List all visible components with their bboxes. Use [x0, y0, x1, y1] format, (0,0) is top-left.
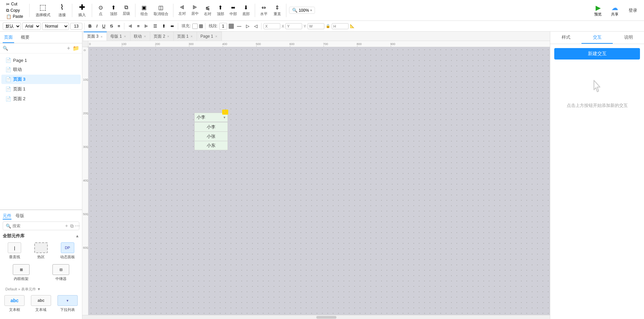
- tab-page1en[interactable]: Page 1 ×: [197, 32, 222, 41]
- align-justify-button[interactable]: ☰: [152, 23, 159, 29]
- new-interaction-button[interactable]: 新建交互: [554, 48, 640, 59]
- italic-button[interactable]: I: [94, 23, 99, 29]
- add-comp-icon[interactable]: ＋: [64, 223, 69, 229]
- tab-page1cn[interactable]: 页面 1 ×: [174, 32, 197, 41]
- page-item-page1cn[interactable]: 📄 页面 1: [1, 84, 81, 94]
- align-left-text-button[interactable]: ⫷: [126, 23, 134, 29]
- dropdown-widget[interactable]: 小李 ▾ ⚡ 小李 小张 小东: [194, 113, 228, 150]
- preview-button[interactable]: ▶ 预览: [591, 2, 605, 18]
- dropdown-header[interactable]: 小李 ▾ ⚡: [194, 113, 228, 122]
- line-value-input[interactable]: [219, 23, 227, 30]
- zoom-control[interactable]: 🔍 100% ▾: [289, 7, 315, 14]
- comp-item-dropdown[interactable]: ▾ 下拉列表: [55, 294, 79, 314]
- comp-search-input[interactable]: [12, 224, 63, 228]
- note-tab[interactable]: 说明: [613, 32, 644, 44]
- font-family-select[interactable]: Arial: [22, 23, 41, 30]
- tab-master1-close[interactable]: ×: [123, 34, 126, 38]
- text-middle-button[interactable]: ⬌: [169, 23, 176, 29]
- comp-copy-icon[interactable]: ⧉: [70, 223, 74, 229]
- style-select[interactable]: 默认: [3, 23, 21, 30]
- page-item-page1[interactable]: 📄 Page 1: [1, 56, 81, 65]
- dot-button[interactable]: ⊙ 点: [95, 3, 107, 18]
- comp-item-dynamic-panel[interactable]: DP 动态面板: [55, 241, 79, 261]
- list-button[interactable]: ≡: [116, 23, 122, 29]
- w-coord-input[interactable]: [308, 23, 324, 29]
- dropdown-item-xidong[interactable]: 小东: [194, 141, 228, 150]
- pages-tab[interactable]: 页面: [3, 32, 14, 43]
- cut-button[interactable]: ✂ Cut: [5, 1, 25, 7]
- tab-page1en-close[interactable]: ×: [214, 34, 218, 38]
- normal-style-select[interactable]: Normal: [42, 23, 69, 30]
- masters-tab[interactable]: 母版: [15, 213, 24, 220]
- font-size-input[interactable]: [70, 23, 82, 30]
- insert-button[interactable]: ✚ 插入: [75, 2, 89, 19]
- tab-linkage[interactable]: 联动 ×: [130, 32, 150, 41]
- y-coord-input[interactable]: [285, 23, 302, 29]
- overview-tab[interactable]: 概要: [19, 32, 31, 43]
- paste-button[interactable]: 📋 Paste: [5, 14, 25, 19]
- comp-item-inline-frame[interactable]: ⊞ 内联框架: [3, 263, 40, 283]
- login-button[interactable]: 登录: [625, 6, 641, 15]
- comp-item-textbox[interactable]: abc 文本框: [3, 294, 27, 314]
- dropdown-item-xizhang[interactable]: 小张: [194, 131, 228, 141]
- tab-page3[interactable]: 页面 3 ×: [84, 32, 107, 41]
- text-top-button[interactable]: ⬆: [160, 23, 167, 29]
- dropdown-item-xili[interactable]: 小李: [194, 122, 228, 131]
- tab-linkage-close[interactable]: ×: [143, 34, 147, 38]
- align-right-button[interactable]: ⫹ 右对: [202, 3, 214, 18]
- copy-button[interactable]: ⧉ Copy: [5, 7, 25, 13]
- tab-page1cn-close[interactable]: ×: [190, 34, 193, 38]
- share-button[interactable]: ☁ 共享: [608, 2, 622, 18]
- ungroup-button[interactable]: ◫ 取消组合: [152, 3, 170, 18]
- connect-button[interactable]: ⌇ 连接: [55, 2, 69, 19]
- pages-search-input[interactable]: [9, 46, 65, 51]
- align-middle-button[interactable]: ⬌ 中部: [227, 3, 239, 18]
- cut-copy-paste-group: ✂ Cut ⧉ Copy 📋 Paste: [3, 0, 27, 21]
- comp-item-repeater[interactable]: ⊟ 中继器: [42, 263, 79, 283]
- comp-more-icon[interactable]: ⋯: [75, 223, 80, 229]
- comp-item-hotspot[interactable]: 热区: [29, 241, 53, 261]
- x-coord-input[interactable]: [264, 23, 280, 29]
- page-item-page2cn[interactable]: 📄 页面 2: [1, 94, 81, 104]
- strikethrough-button[interactable]: S: [108, 23, 115, 29]
- align-center-button[interactable]: ⫸ 居中: [189, 3, 201, 17]
- line-style-button2[interactable]: ▷: [244, 23, 251, 29]
- add-folder-icon[interactable]: 📁: [73, 45, 79, 51]
- tab-page3-close[interactable]: ×: [100, 35, 103, 39]
- hscroll-thumb[interactable]: [316, 316, 336, 319]
- align-left-button[interactable]: ⫷ 左对: [176, 3, 188, 17]
- line-color-swatch[interactable]: [229, 24, 234, 29]
- tab-master1[interactable]: 母版 1 ×: [107, 32, 130, 41]
- line-style-button3[interactable]: ◁: [252, 23, 259, 29]
- align-center-text-button[interactable]: ≡: [135, 23, 142, 29]
- h-coord-input[interactable]: [332, 23, 349, 29]
- canvas-hscroll[interactable]: [82, 315, 550, 319]
- page-item-page3[interactable]: 📄 页面 3: [1, 75, 81, 84]
- canvas-content[interactable]: 小李 ▾ ⚡ 小李 小张 小东: [88, 47, 550, 315]
- default-breadcrumb[interactable]: Default » 表单元件 ▼: [3, 285, 79, 292]
- tab-page2-close[interactable]: ×: [166, 34, 170, 38]
- bold-button[interactable]: B: [87, 23, 93, 29]
- tab-page2[interactable]: 页面 2 ×: [150, 32, 173, 41]
- top-button[interactable]: ⬆ 顶部: [108, 3, 120, 18]
- align-top-button[interactable]: ⬆ 顶部: [214, 3, 227, 18]
- interaction-tab[interactable]: 交互: [581, 32, 613, 44]
- group-button[interactable]: ▣ 组合: [138, 3, 150, 18]
- add-page-icon[interactable]: ＋: [66, 45, 71, 52]
- underline-button[interactable]: U: [100, 23, 107, 29]
- distribute-h-button[interactable]: ⇔ 水平: [258, 3, 270, 18]
- comp-item-vline[interactable]: | 垂直线: [3, 241, 27, 261]
- comp-section-chevron[interactable]: ▲: [75, 234, 79, 238]
- distribute-v-button[interactable]: ⇕ 重直: [271, 3, 283, 18]
- align-right-text-button[interactable]: ⫸: [143, 23, 150, 29]
- select-mode-button[interactable]: ⬚ 选择模式: [32, 2, 54, 19]
- style-tab[interactable]: 样式: [550, 32, 581, 44]
- line-style-button1[interactable]: —: [235, 23, 243, 29]
- layers-button[interactable]: ⧉ 层级: [120, 3, 132, 17]
- align-bottom-button[interactable]: ⬇ 底部: [240, 3, 252, 18]
- components-tab[interactable]: 元件: [3, 213, 11, 220]
- fill-color-swatch[interactable]: [192, 24, 198, 29]
- fill-color-swatch2[interactable]: [199, 24, 203, 28]
- comp-item-textarea[interactable]: abc 文本域: [29, 294, 53, 314]
- page-item-linkage[interactable]: 📄 联动: [1, 65, 81, 74]
